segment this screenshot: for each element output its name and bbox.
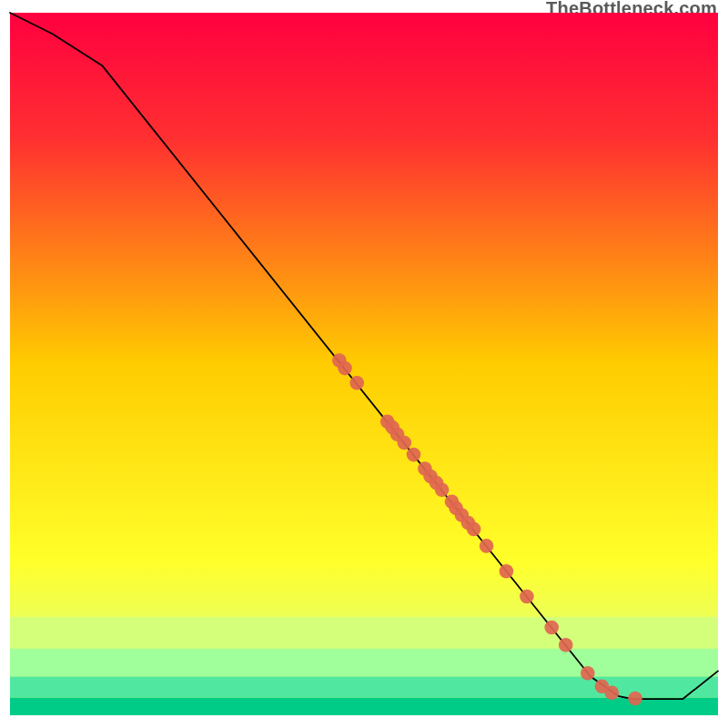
data-point [520,590,534,604]
data-point [349,376,364,390]
bottleneck-chart: TheBottleneck.com [0,0,728,728]
data-point [559,638,573,652]
data-point [435,482,450,497]
data-point [581,666,595,681]
data-point [407,448,421,462]
data-point [467,522,481,537]
data-point [544,621,559,635]
data-point [338,361,352,376]
bottleneck-curve [10,13,718,699]
data-point [605,686,620,701]
data-point [500,564,514,579]
chart-plot-layer [10,13,718,715]
data-point [480,539,494,553]
scatter-points [332,353,642,705]
data-point [398,436,412,450]
data-point [628,692,642,706]
